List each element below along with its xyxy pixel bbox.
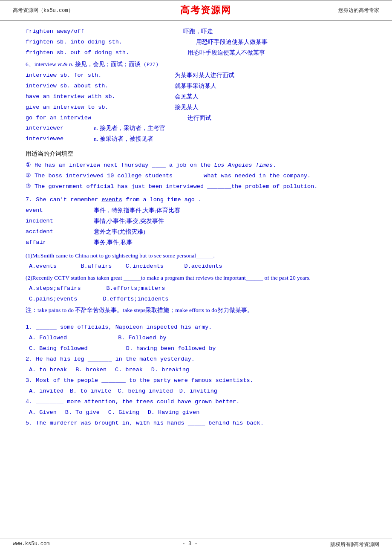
- q4-opt-d: D. Having given: [148, 408, 200, 418]
- phrase-en-7: give an interview to sb.: [26, 103, 166, 113]
- q2-opt-b: B. broken: [75, 365, 107, 375]
- header-left: 高考资源网（ks5u.com）: [13, 7, 73, 14]
- q3-opt-a: A. invited: [29, 387, 63, 396]
- vocab-row-3: accident 意外之事(尤指灾难): [26, 227, 375, 237]
- exercise-2: (2)Recently CCTV station has taken great…: [26, 273, 375, 304]
- ex1-options: A.events B.affairs C.incidents D.acciden…: [26, 262, 375, 272]
- phrase-en-6: have an interview with sb.: [26, 92, 166, 102]
- vocab-word-2: incident: [26, 217, 94, 226]
- ex2-options-row1: A.steps;affairs B.efforts;matters: [26, 284, 375, 294]
- phrase-row-10: interviewee n. 被采访者，被接见者: [26, 134, 375, 144]
- phrase-cn-7: 接见某人: [166, 103, 199, 113]
- q5-text: 5. The murderer was brought in, with his…: [26, 419, 375, 428]
- ex2-opt-d: D.efforts;incidents: [103, 295, 168, 304]
- phrase-en-10: interviewee: [26, 134, 94, 144]
- q4-text: 4. ________ more attention, the trees co…: [26, 397, 375, 407]
- ex1-text: (1)Mr.Smith came to China not to go sigh…: [26, 251, 375, 261]
- numbered-questions: 1. ______ some officials, Napoleon inspe…: [26, 323, 375, 428]
- header-center: 高考资源网: [180, 4, 231, 17]
- q3-opt-b: B. to invite: [70, 387, 111, 396]
- q2: 2. He had his leg _______ in the match y…: [26, 355, 375, 375]
- q1-opt-a: A. Followed: [29, 333, 67, 343]
- fill-title: 用适当的介词填空: [26, 149, 375, 159]
- q2-opt-c: C. break: [115, 365, 143, 375]
- phrase-cn-1: 吓跑，吓走: [183, 27, 213, 37]
- footer-center: - 3 -: [182, 541, 198, 548]
- q1: 1. ______ some officials, Napoleon inspe…: [26, 323, 375, 354]
- ex2-opt-b: B.efforts;matters: [107, 284, 165, 294]
- phrase-row-7: give an interview to sb. 接见某人: [26, 103, 375, 113]
- q2-text: 2. He had his leg _______ in the match y…: [26, 355, 375, 364]
- footer: www.ks5u.com - 3 - 版权所有@高考资源网: [0, 538, 392, 551]
- vocab-header: 7. She can't remember events from a long…: [26, 195, 375, 205]
- phrase-cn-3: 用恐吓手段迫使某人不做某事: [183, 48, 265, 58]
- q2-opt-d: D. breaking: [151, 365, 189, 375]
- phrase-row-8: go for an interview 进行面试: [26, 113, 375, 123]
- phrase-en-1: frighten away/off: [26, 27, 183, 37]
- vocab-cn-1: 事件，特别指事件,大事;体育比赛: [94, 206, 180, 216]
- phrase-row-9: interviewer n. 接见者，采访者，主考官: [26, 124, 375, 133]
- header: 高考资源网（ks5u.com） 高考资源网 您身边的高考专家: [0, 0, 392, 20]
- q4-options: A. Given B. To give C. Giving D. Having …: [26, 408, 375, 418]
- q3-opt-d: D. inviting: [179, 387, 217, 396]
- vocab-word-4: affair: [26, 238, 94, 248]
- q4-opt-b: B. To give: [65, 408, 100, 418]
- fill-q1: ① He has an interview next Thursday ____…: [26, 161, 375, 171]
- note-section: 注：take pains to do 不辞辛苦做某事。take steps采取措…: [26, 306, 375, 316]
- q3-options: A. invited B. to invite C. being invited…: [26, 387, 375, 396]
- vocab-row-1: event 事件，特别指事件,大事;体育比赛: [26, 206, 375, 216]
- interview-header: 6、interview vt.& n. 接见，会见；面试；面谈（P27）: [26, 60, 375, 70]
- q4-opt-c: C. Giving: [108, 408, 139, 418]
- phrase-en-8: go for an interview: [26, 113, 166, 123]
- phrase-row-1: frighten away/off 吓跑，吓走: [26, 27, 375, 37]
- q4: 4. ________ more attention, the trees co…: [26, 397, 375, 418]
- q3-opt-c: C. being invited: [118, 387, 173, 396]
- q2-options: A. to break B. broken C. break D. breaki…: [26, 365, 375, 375]
- q2-opt-a: A. to break: [29, 365, 67, 375]
- phrase-row-2: frighten sb. into doing sth. 用恐吓手段迫使某人做某…: [26, 38, 375, 47]
- ex2-options-row2: C.pains;events D.efforts;incidents: [26, 295, 375, 304]
- phrase-cn-9: n. 接见者，采访者，主考官: [94, 124, 165, 133]
- exercise-1: (1)Mr.Smith came to China not to go sigh…: [26, 251, 375, 272]
- ex2-text: (2)Recently CCTV station has taken great…: [26, 273, 375, 283]
- phrase-cn-2: 用恐吓手段迫使某人做某事: [183, 38, 268, 47]
- q1-options-row2: C. Being followed D. having been followe…: [26, 344, 375, 354]
- phrase-cn-10: n. 被采访者，被接见者: [94, 134, 153, 144]
- phrase-en-5: interview sb. about sth.: [26, 81, 166, 91]
- vocab-word-3: accident: [26, 227, 94, 237]
- fill-q3: ③ The government official has just been …: [26, 182, 375, 192]
- q1-opt-b: B. Followed by: [84, 333, 166, 343]
- vocab-cn-2: 事情,小事件;事变,突发事件: [94, 217, 164, 226]
- header-right: 您身边的高考专家: [338, 7, 379, 14]
- q1-opt-c: C. Being followed: [29, 344, 88, 354]
- vocab-row-4: affair 事务,事件,私事: [26, 238, 375, 248]
- phrase-cn-4: 为某事对某人进行面试: [166, 71, 234, 81]
- vocab-section: 7. She can't remember events from a long…: [26, 195, 375, 248]
- ex2-opt-c: C.pains;events: [29, 295, 77, 304]
- q1-opt-d: D. having been followed by: [105, 344, 216, 354]
- footer-right: 版权所有@高考资源网: [330, 541, 379, 548]
- note-text: 注：take pains to do 不辞辛苦做某事。take steps采取措…: [26, 307, 253, 313]
- fill-section: 用适当的介词填空 ① He has an interview next Thur…: [26, 149, 375, 192]
- phrase-cn-6: 会见某人: [166, 92, 199, 102]
- page: 高考资源网（ks5u.com） 高考资源网 您身边的高考专家 frighten …: [0, 0, 392, 555]
- q4-opt-a: A. Given: [29, 408, 57, 418]
- vocab-cn-4: 事务,事件,私事: [94, 238, 133, 248]
- phrase-en-3: frighten sb. out of doing sth.: [26, 48, 183, 58]
- ex2-opt-a: A.steps;affairs: [29, 284, 81, 294]
- q3: 3. Most of the people _______ to the par…: [26, 376, 375, 396]
- q3-text: 3. Most of the people _______ to the par…: [26, 376, 375, 386]
- phrase-en-2: frighten sb. into doing sth.: [26, 38, 183, 47]
- vocab-word-1: event: [26, 206, 94, 216]
- interview-header-text: 6、interview vt.& n. 接见，会见；面试；面谈（P27）: [26, 61, 161, 67]
- vocab-cn-3: 意外之事(尤指灾难): [94, 227, 145, 237]
- phrase-cn-5: 就某事采访某人: [166, 81, 216, 91]
- phrase-row-6: have an interview with sb. 会见某人: [26, 92, 375, 102]
- phrase-en-9: interviewer: [26, 124, 94, 133]
- fill-q2: ② The boss interviewed 10 college studen…: [26, 171, 375, 181]
- footer-left: www.ks5u.com: [13, 541, 49, 548]
- q1-options: A. Followed B. Followed by: [26, 333, 375, 343]
- q5: 5. The murderer was brought in, with his…: [26, 419, 375, 428]
- vocab-row-2: incident 事情,小事件;事变,突发事件: [26, 217, 375, 226]
- phrase-en-4: interview sb. for sth.: [26, 71, 166, 81]
